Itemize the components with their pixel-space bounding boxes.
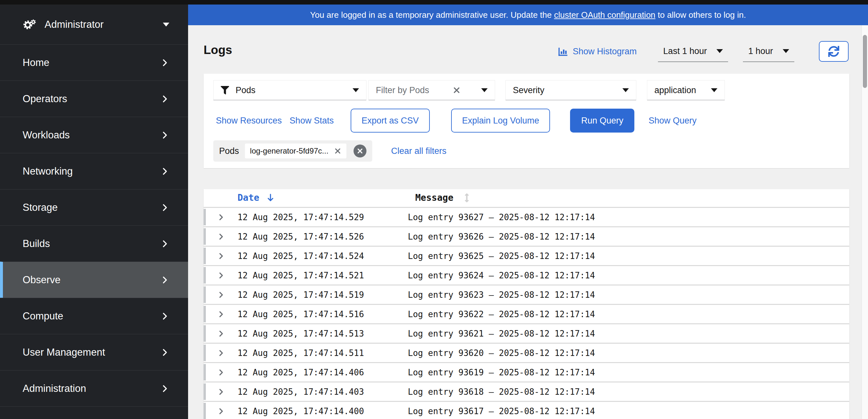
row-expand-toggle[interactable]: [217, 368, 226, 376]
log-date-cell: 12 Aug 2025, 17:47:14.519: [238, 290, 399, 300]
log-table-header: Date Message: [204, 189, 849, 207]
chevron-right-icon: [217, 252, 225, 260]
sidebar-item-label: Builds: [23, 238, 50, 249]
log-message-cell: Log entry 93620 – 2025-08-12 12:17:14: [408, 348, 595, 358]
pods-filter-input[interactable]: [376, 85, 450, 95]
chevron-right-icon: [160, 94, 169, 103]
sort-both-icon: [464, 193, 469, 202]
banner-text-after: to allow others to log in.: [655, 10, 746, 20]
sidebar-item-storage[interactable]: Storage: [0, 189, 188, 225]
page-head-controls: Show Histogram Last 1 hour 1 hour: [558, 41, 848, 62]
pods-filter-combobox: [368, 80, 495, 100]
show-resources-link[interactable]: Show Resources: [216, 116, 282, 126]
row-expand-toggle[interactable]: [217, 388, 226, 396]
close-icon: [334, 147, 341, 154]
refresh-button[interactable]: [819, 41, 848, 62]
log-date-cell: 12 Aug 2025, 17:47:14.529: [238, 212, 399, 222]
chevron-right-icon: [160, 384, 169, 393]
filter-chips-row: Pods log-generator-5fd97c... Clear all f…: [213, 140, 849, 162]
sidebar-item-operators[interactable]: Operators: [0, 81, 188, 117]
sidebar-item-networking[interactable]: Networking: [0, 153, 188, 189]
pods-chip-group: Pods log-generator-5fd97c...: [213, 140, 372, 162]
chevron-right-icon: [217, 330, 225, 337]
log-table-row: 12 Aug 2025, 17:47:14.403 Log entry 9361…: [204, 382, 849, 401]
sidebar-nav: Home Operators Workloads Networking Stor…: [0, 44, 188, 407]
row-expand-toggle[interactable]: [217, 407, 226, 415]
show-histogram-link[interactable]: Show Histogram: [558, 46, 637, 57]
row-expand-toggle[interactable]: [217, 349, 226, 357]
export-csv-button[interactable]: Export as CSV: [351, 109, 430, 132]
row-expand-toggle[interactable]: [217, 233, 226, 241]
message-column-header[interactable]: Message: [415, 192, 469, 203]
clear-all-filters-link[interactable]: Clear all filters: [391, 146, 446, 156]
log-date-cell: 12 Aug 2025, 17:47:14.524: [238, 251, 399, 261]
log-table: Date Message 12 Aug 2025, 17:47:14.529 L…: [204, 189, 849, 419]
perspective-switcher[interactable]: Administrator: [0, 4, 188, 44]
oauth-config-link[interactable]: cluster OAuth configuration: [554, 10, 655, 20]
log-message-cell: Log entry 93627 – 2025-08-12 12:17:14: [408, 212, 595, 222]
refresh-interval-select[interactable]: 1 hour: [743, 41, 794, 62]
sidebar-item-compute[interactable]: Compute: [0, 298, 188, 334]
log-table-row: 12 Aug 2025, 17:47:14.400 Log entry 9361…: [204, 401, 849, 419]
sidebar-item-label: Networking: [23, 166, 73, 177]
log-message-cell: Log entry 93622 – 2025-08-12 12:17:14: [408, 309, 595, 319]
scrollbar-thumb[interactable]: [863, 35, 867, 88]
log-date-cell: 12 Aug 2025, 17:47:14.400: [238, 407, 399, 416]
run-query-button[interactable]: Run Query: [570, 109, 634, 132]
show-query-link[interactable]: Show Query: [649, 116, 697, 126]
remove-chip-button[interactable]: [334, 147, 341, 154]
log-date-cell: 12 Aug 2025, 17:47:14.526: [238, 232, 399, 241]
sidebar-item-label: Administration: [23, 383, 86, 394]
log-table-row: 12 Aug 2025, 17:47:14.511 Log entry 9362…: [204, 343, 849, 362]
sidebar-item-home[interactable]: Home: [0, 44, 188, 81]
log-table-row: 12 Aug 2025, 17:47:14.519 Log entry 9362…: [204, 285, 849, 304]
caret-down-icon: [622, 88, 629, 92]
log-table-row: 12 Aug 2025, 17:47:14.406 Log entry 9361…: [204, 362, 849, 382]
chevron-right-icon: [160, 348, 169, 357]
row-expand-toggle[interactable]: [217, 272, 226, 279]
sidebar-item-administration[interactable]: Administration: [0, 370, 188, 407]
log-table-row: 12 Aug 2025, 17:47:14.526 Log entry 9362…: [204, 226, 849, 246]
date-column-label: Date: [238, 192, 259, 203]
sidebar-item-label: Home: [23, 57, 50, 68]
sidebar-item-observe[interactable]: Observe: [0, 262, 188, 298]
perspective-label: Administrator: [44, 19, 104, 30]
chip-group-label: Pods: [219, 146, 239, 156]
histogram-icon: [558, 46, 568, 57]
chevron-right-icon: [217, 368, 225, 376]
time-range-select[interactable]: Last 1 hour: [658, 41, 728, 62]
clear-input-button[interactable]: [453, 86, 461, 94]
row-expand-toggle[interactable]: [217, 213, 226, 221]
row-expand-toggle[interactable]: [217, 330, 226, 337]
log-date-cell: 12 Aug 2025, 17:47:14.511: [238, 348, 399, 358]
sidebar-item-label: Compute: [23, 310, 63, 322]
sidebar: Administrator Home Operators Workloads N…: [0, 4, 188, 419]
caret-down-icon: [352, 88, 359, 92]
row-expand-toggle[interactable]: [217, 252, 226, 260]
explain-log-volume-button[interactable]: Explain Log Volume: [451, 109, 550, 132]
chevron-right-icon: [160, 275, 169, 285]
date-column-header[interactable]: Date: [238, 192, 275, 203]
row-expand-toggle[interactable]: [217, 310, 226, 318]
attribute-select[interactable]: Pods: [213, 80, 367, 100]
tenant-select[interactable]: application: [647, 80, 725, 100]
severity-select[interactable]: Severity: [505, 80, 636, 100]
chip-value: log-generator-5fd97c...: [250, 146, 329, 155]
show-stats-link[interactable]: Show Stats: [289, 116, 334, 126]
banner-text-before: You are logged in as a temporary adminis…: [310, 10, 554, 20]
tenant-select-value: application: [654, 85, 696, 95]
sidebar-item-label: User Management: [23, 347, 105, 358]
sidebar-item-user-management[interactable]: User Management: [0, 334, 188, 370]
filter-actions-row: Show Resources Show Stats Export as CSV …: [216, 109, 849, 132]
chevron-right-icon: [217, 272, 225, 279]
caret-down-icon[interactable]: [481, 88, 488, 92]
sidebar-item-builds[interactable]: Builds: [0, 225, 188, 262]
log-message-cell: Log entry 93621 – 2025-08-12 12:17:14: [408, 329, 595, 338]
scrollbar: [862, 25, 868, 419]
row-expand-toggle[interactable]: [217, 291, 226, 299]
remove-chip-group-button[interactable]: [353, 145, 367, 157]
top-black-bar: [0, 0, 868, 4]
sidebar-item-workloads[interactable]: Workloads: [0, 117, 188, 153]
chevron-right-icon: [160, 130, 169, 140]
log-table-body: 12 Aug 2025, 17:47:14.529 Log entry 9362…: [204, 207, 849, 419]
